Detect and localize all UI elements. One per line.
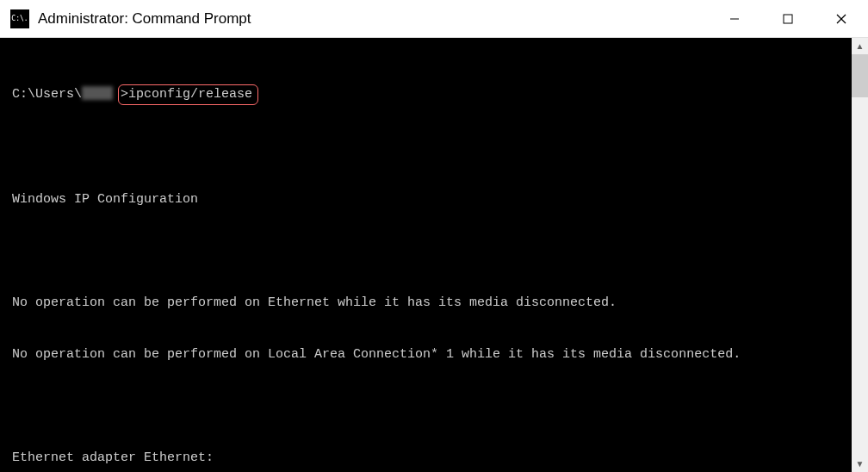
command-highlight: >ipconfig/release (118, 84, 258, 105)
prompt-username-redacted: ████ (82, 86, 118, 103)
titlebar: C:\. Administrator: Command Prompt (0, 0, 868, 38)
window-controls (708, 0, 868, 37)
blank-line (12, 243, 846, 260)
output-error-line: No operation can be performed on Local A… (12, 346, 846, 363)
blank-line (12, 398, 846, 415)
minimize-button[interactable] (708, 0, 761, 38)
close-button[interactable] (815, 0, 868, 38)
adapter-title: Ethernet adapter Ethernet: (12, 450, 846, 467)
scroll-up-button[interactable]: ▲ (852, 38, 868, 54)
scroll-down-button[interactable]: ▼ (852, 456, 868, 472)
prompt-line: C:\Users\████>ipconfig/release (12, 84, 846, 105)
cmd-icon: C:\. (10, 9, 29, 28)
terminal-container: C:\Users\████>ipconfig/release Windows I… (0, 38, 868, 472)
command-text: ipconfig/release (128, 87, 252, 102)
scrollbar[interactable]: ▲ ▼ (852, 38, 868, 472)
output-header: Windows IP Configuration (12, 191, 846, 208)
scroll-thumb[interactable] (852, 54, 868, 97)
maximize-button[interactable] (761, 0, 815, 38)
window-title: Administrator: Command Prompt (38, 10, 708, 28)
prompt-path-prefix: C:\Users\ (12, 86, 82, 103)
output-error-line: No operation can be performed on Etherne… (12, 295, 846, 312)
prompt-caret: > (121, 87, 128, 102)
svg-rect-1 (784, 15, 792, 23)
terminal[interactable]: C:\Users\████>ipconfig/release Windows I… (0, 38, 852, 472)
blank-line (12, 140, 846, 157)
